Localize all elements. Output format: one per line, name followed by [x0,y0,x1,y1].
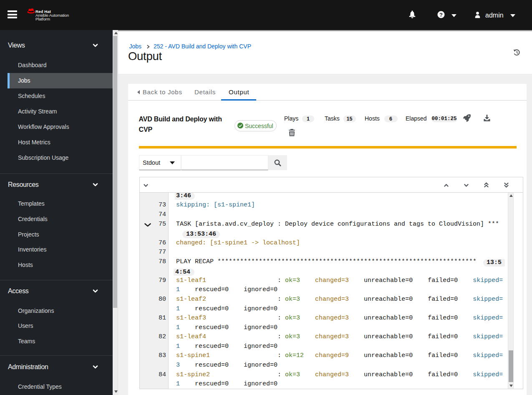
svg-text:?: ? [439,12,443,18]
